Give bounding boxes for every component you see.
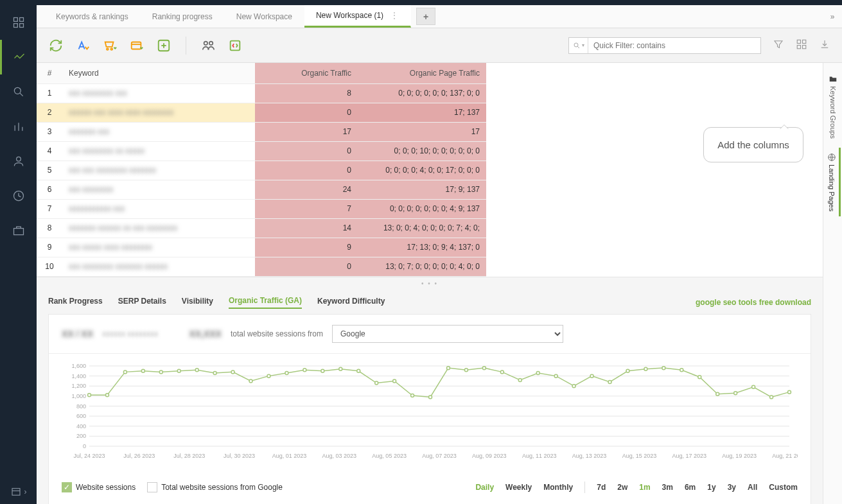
svg-text:Jul, 26 2023: Jul, 26 2023 (123, 453, 155, 459)
svg-point-57 (267, 374, 270, 378)
source-select[interactable]: Google (332, 325, 563, 343)
range-3y[interactable]: 3y (728, 483, 736, 492)
range-custom[interactable]: Custom (769, 483, 798, 492)
dtab-keyword-difficulty[interactable]: Keyword Difficulty (317, 297, 385, 308)
add-tab-button[interactable]: + (416, 8, 435, 25)
range-weekly[interactable]: Weekly (505, 483, 532, 492)
svg-line-24 (577, 46, 579, 48)
add-columns-tooltip: Add the columns (703, 127, 803, 162)
table-row[interactable]: 7xxxxxxxxxxx xxx70; 0; 0; 0; 0; 0; 0; 4;… (37, 199, 486, 218)
stat-total-sessions: XX,XXX (189, 329, 222, 339)
svg-point-63 (375, 381, 378, 385)
tool-cart-button[interactable] (102, 39, 118, 53)
svg-point-66 (429, 395, 432, 398)
range-1m[interactable]: 1m (639, 483, 650, 492)
svg-rect-12 (12, 489, 20, 496)
quick-filter-search[interactable]: ▾ (568, 37, 761, 54)
svg-point-76 (608, 380, 611, 383)
nav-search[interactable] (0, 74, 37, 109)
range-2w[interactable]: 2w (617, 483, 627, 492)
nav-analytics[interactable] (0, 40, 37, 74)
tab-keywords-rankings[interactable]: Keywords & rankings (44, 5, 141, 28)
svg-point-48 (105, 393, 109, 396)
svg-point-14 (107, 48, 109, 50)
detail-right-link[interactable]: google seo tools free download (696, 298, 811, 307)
import-export-button[interactable] (227, 39, 243, 53)
collapse-right-panel[interactable]: » (823, 5, 842, 28)
col-organic-traffic[interactable]: Organic Traffic (255, 63, 358, 83)
nav-briefcase[interactable] (0, 213, 37, 248)
svg-point-83 (734, 391, 737, 394)
table-row[interactable]: 10xxx xxxxxxxx xxxxxxx xxxxxx013; 0; 7; … (37, 257, 486, 276)
vtab-landing-pages[interactable]: Landing Pages (825, 148, 841, 216)
quick-filter-input[interactable] (588, 41, 760, 50)
range-all[interactable]: All (748, 483, 757, 492)
nav-users[interactable] (0, 144, 37, 178)
svg-point-79 (662, 366, 665, 369)
tool-a-button[interactable] (75, 39, 91, 53)
nav-dashboard[interactable] (0, 5, 37, 40)
nav-bars[interactable] (0, 109, 37, 144)
range-6m[interactable]: 6m (685, 483, 696, 492)
dtab-serp-details[interactable]: SERP Details (118, 297, 166, 308)
workspace-tabs: Keywords & rankings Ranking progress New… (37, 5, 842, 28)
svg-point-64 (393, 379, 396, 382)
dtab-rank-progress[interactable]: Rank Progress (48, 297, 103, 308)
nav-expand[interactable]: › (0, 486, 37, 498)
col-index[interactable]: # (37, 63, 62, 83)
vtab-keyword-groups[interactable]: Keyword Groups (826, 69, 840, 144)
svg-point-72 (536, 371, 539, 374)
svg-text:Aug, 17 2023: Aug, 17 2023 (672, 453, 707, 459)
nav-clock[interactable] (0, 178, 37, 213)
download-icon[interactable] (819, 39, 830, 52)
svg-text:Jul, 30 2023: Jul, 30 2023 (224, 453, 255, 459)
table-row[interactable]: 3xxxxxxx xxx1717 (37, 122, 486, 141)
filter-icon[interactable] (773, 39, 784, 52)
tool-wallet-button[interactable] (129, 39, 145, 53)
svg-point-68 (464, 368, 468, 371)
svg-text:0: 0 (83, 443, 86, 449)
table-row[interactable]: 6xxx xxxxxxxx2417; 9; 137 (37, 180, 486, 199)
add-button[interactable] (156, 39, 171, 53)
columns-icon[interactable] (796, 39, 807, 52)
svg-point-69 (482, 366, 486, 369)
svg-text:Aug, 09 2023: Aug, 09 2023 (472, 453, 507, 459)
range-7d[interactable]: 7d (597, 483, 606, 492)
table-row[interactable]: 4xxx xxxxxxxx xx xxxxx00; 0; 0; 10; 0; 0… (37, 141, 486, 161)
tab-new-workspace-1[interactable]: New Workspace (1)⋮ (304, 5, 411, 28)
svg-point-51 (159, 370, 162, 373)
svg-point-52 (177, 369, 180, 372)
range-3m[interactable]: 3m (662, 483, 673, 492)
svg-rect-2 (13, 24, 17, 28)
svg-point-49 (123, 370, 127, 373)
svg-point-85 (770, 395, 773, 398)
svg-point-71 (518, 378, 522, 381)
col-keyword[interactable]: Keyword (62, 63, 255, 83)
table-row[interactable]: 2xxxxxx xxx xxxx xxxx xxxxxxxx017; 137 (37, 103, 486, 122)
col-organic-page-traffic[interactable]: Organic Page Traffic (358, 63, 486, 83)
tab-ranking-progress[interactable]: Ranking progress (141, 5, 225, 28)
resize-handle[interactable]: • • • (37, 277, 823, 290)
share-users-button[interactable] (200, 39, 216, 53)
svg-text:1,200: 1,200 (71, 383, 86, 389)
tab-new-workspace[interactable]: New Workspace (225, 5, 304, 28)
tab-menu-icon[interactable]: ⋮ (390, 10, 399, 21)
svg-text:200: 200 (76, 433, 86, 439)
svg-text:Aug, 11 2023: Aug, 11 2023 (522, 453, 557, 459)
range-daily[interactable]: Daily (475, 483, 494, 492)
svg-rect-11 (13, 229, 23, 235)
table-row[interactable]: 9xxx xxxxx xxxx xxxxxxxx917; 13; 0; 9; 4… (37, 238, 486, 257)
dtab-organic-traffic-ga[interactable]: Organic Traffic (GA) (229, 296, 302, 309)
svg-point-15 (110, 48, 112, 50)
range-1y[interactable]: 1y (707, 483, 715, 492)
range-monthly[interactable]: Monthly (543, 483, 573, 492)
table-row[interactable]: 1xxx xxxxxxxx xxx80; 0; 0; 0; 0; 0; 137;… (37, 83, 486, 103)
dtab-visibility[interactable]: Visibility (182, 297, 213, 308)
legend-total-sessions-google[interactable]: Total website sessions from Google (147, 482, 283, 492)
search-icon[interactable]: ▾ (569, 38, 588, 53)
legend-website-sessions[interactable]: Website sessions (62, 482, 136, 492)
table-row[interactable]: 5xxx xxx xxxxxxxx xxxxxxx00; 0; 0; 0; 4;… (37, 161, 486, 180)
refresh-sync-button[interactable] (48, 39, 64, 53)
table-row[interactable]: 8xxxxxxx xxxxxx xx xxx xxxxxxxx1413; 0; … (37, 218, 486, 238)
svg-text:Aug, 05 2023: Aug, 05 2023 (372, 453, 407, 459)
